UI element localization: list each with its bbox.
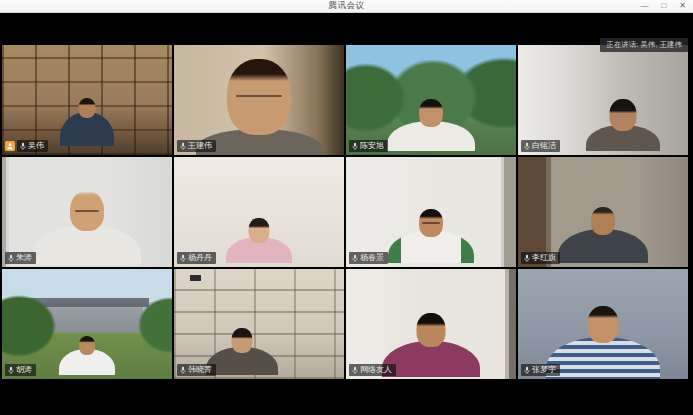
video-grid: 吴伟 王建伟 陈 — [2, 45, 688, 379]
mic-icon — [180, 142, 186, 151]
video-tile[interactable]: 韩晓菁 — [174, 269, 344, 379]
participant-video — [387, 121, 475, 151]
meeting-window: 腾讯会议 — □ ✕ 正在讲话: 吴伟, 王建伟 吴伟 — [0, 0, 693, 415]
participant-video — [388, 231, 474, 263]
window-title: 腾讯会议 — [329, 0, 365, 12]
mic-icon — [352, 142, 358, 151]
titlebar: 腾讯会议 — □ ✕ — [0, 0, 693, 13]
name-label: 陈安旭 — [349, 140, 388, 152]
speaking-banner: 正在讲话: 吴伟, 王建伟 — [600, 38, 688, 52]
video-tile[interactable]: 网络友人 — [346, 269, 516, 379]
mic-icon — [352, 254, 358, 263]
participant-name: 胡涛 — [16, 366, 32, 374]
video-stage: 正在讲话: 吴伟, 王建伟 吴伟 — [0, 13, 693, 415]
video-tile[interactable]: 王建伟 — [174, 45, 344, 155]
name-label: 杨春景 — [349, 252, 388, 264]
host-badge-icon — [5, 141, 15, 151]
video-tile[interactable]: 杨春景 — [346, 157, 516, 267]
name-label: 胡涛 — [5, 364, 36, 376]
mic-icon — [8, 366, 14, 375]
name-label: 吴伟 — [5, 140, 48, 152]
name-label: 朱涛 — [5, 252, 36, 264]
video-tile[interactable]: 杨丹丹 — [174, 157, 344, 267]
video-tile[interactable]: 张梦宇 — [518, 269, 688, 379]
participant-video — [382, 341, 480, 377]
participant-video — [226, 237, 292, 263]
mic-icon — [352, 366, 358, 375]
mic-icon — [180, 366, 186, 375]
participant-video — [206, 347, 278, 375]
participant-video — [59, 349, 115, 375]
participant-name: 朱涛 — [16, 254, 32, 262]
name-label: 王建伟 — [177, 140, 216, 152]
video-tile[interactable]: 吴伟 — [2, 45, 172, 155]
participant-name: 陈安旭 — [360, 142, 384, 150]
video-tile[interactable]: 白铭洁 — [518, 45, 688, 155]
name-label: 张梦宇 — [521, 364, 560, 376]
participant-name: 杨丹丹 — [188, 254, 212, 262]
window-controls: — □ ✕ — [640, 0, 686, 12]
close-button[interactable]: ✕ — [679, 2, 686, 10]
video-tile[interactable]: 胡涛 — [2, 269, 172, 379]
participant-name: 王建伟 — [188, 142, 212, 150]
name-label: 杨丹丹 — [177, 252, 216, 264]
participant-video — [558, 229, 648, 263]
participant-video — [586, 125, 660, 151]
mic-icon — [20, 142, 26, 151]
video-tile[interactable]: 陈安旭 — [346, 45, 516, 155]
video-tile[interactable]: 朱涛 — [2, 157, 172, 267]
name-label: 白铭洁 — [521, 140, 560, 152]
name-label: 网络友人 — [349, 364, 396, 376]
mic-icon — [524, 366, 530, 375]
name-label: 韩晓菁 — [177, 364, 216, 376]
participant-name: 吴伟 — [28, 142, 44, 150]
participant-name: 李红旗 — [532, 254, 556, 262]
name-label: 李红旗 — [521, 252, 560, 264]
video-tile[interactable]: 李红旗 — [518, 157, 688, 267]
participant-name: 张梦宇 — [532, 366, 556, 374]
participant-name: 白铭洁 — [532, 142, 556, 150]
participant-name: 韩晓菁 — [188, 366, 212, 374]
maximize-button[interactable]: □ — [661, 2, 666, 10]
mic-icon — [524, 142, 530, 151]
mic-icon — [8, 254, 14, 263]
participant-video — [33, 225, 141, 265]
participant-name: 杨春景 — [360, 254, 384, 262]
mic-icon — [524, 254, 530, 263]
participant-name: 网络友人 — [360, 366, 392, 374]
minimize-button[interactable]: — — [640, 2, 648, 10]
mic-icon — [180, 254, 186, 263]
participant-video — [546, 337, 660, 379]
participant-video — [60, 112, 114, 146]
